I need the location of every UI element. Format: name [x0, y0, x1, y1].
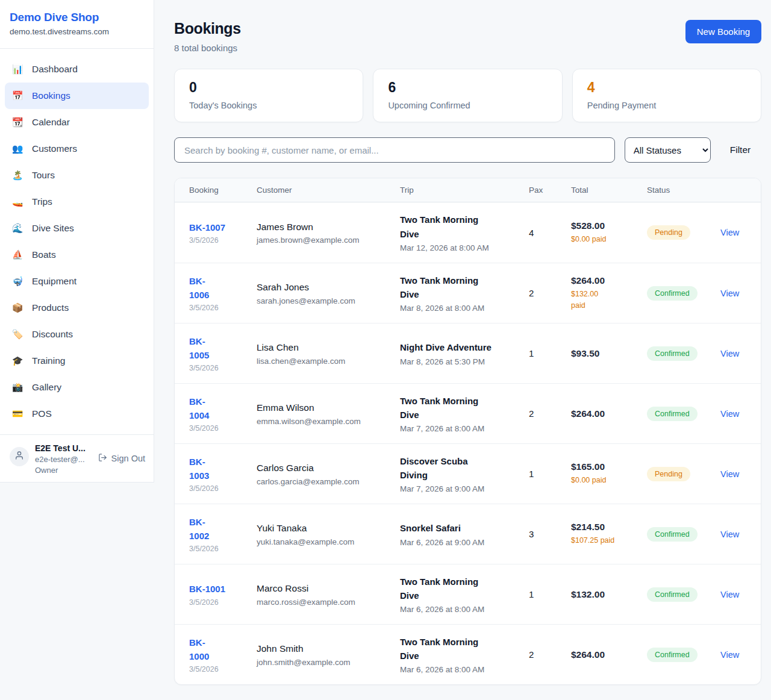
booking-cell: BK- 1002 3/5/2026: [189, 515, 257, 554]
stat-card-todays-bookings: 0 Today's Bookings: [174, 69, 363, 122]
table-row: BK-1007 3/5/2026 James Brown james.brown…: [175, 202, 761, 263]
col-header-pax: Pax: [529, 186, 571, 195]
booking-link[interactable]: BK- 1004: [189, 395, 209, 423]
sign-out-icon: [98, 453, 107, 464]
page-subtitle: 8 total bookings: [174, 43, 241, 53]
total-cell: $528.00 $0.00 paid: [571, 220, 647, 245]
booking-link[interactable]: BK-1001: [189, 582, 225, 596]
view-link[interactable]: View: [720, 349, 739, 358]
booking-link[interactable]: BK- 1002: [189, 515, 209, 543]
actions-cell: View: [720, 469, 746, 480]
view-link[interactable]: View: [720, 289, 739, 298]
booking-link[interactable]: BK- 1005: [189, 334, 209, 363]
sidebar-item-gallery[interactable]: 📸 Gallery: [5, 374, 149, 401]
sidebar-item-dashboard[interactable]: 📊 Dashboard: [5, 56, 149, 83]
booking-cell: BK- 1003 3/5/2026: [189, 455, 257, 493]
stat-value: 4: [587, 80, 746, 96]
bookings-icon: 📅: [11, 90, 24, 101]
search-input[interactable]: [174, 137, 615, 163]
customer-cell: Marco Rossi marco.rossi@example.com: [257, 582, 400, 607]
customers-icon: 👥: [11, 143, 24, 154]
view-link[interactable]: View: [720, 409, 739, 419]
paid-amount: $0.00 paid: [571, 475, 640, 486]
sidebar-item-products[interactable]: 📦 Products: [5, 295, 149, 321]
new-booking-button[interactable]: New Booking: [685, 20, 761, 43]
total-amount: $264.00: [571, 275, 640, 286]
table-row: BK- 1002 3/5/2026 Yuki Tanaka yuki.tanak…: [175, 504, 761, 564]
sidebar-item-pos[interactable]: 💳 POS: [5, 401, 149, 427]
paid-amount: $107.25 paid: [571, 535, 640, 546]
table-row: BK- 1003 3/5/2026 Carlos Garcia carlos.g…: [175, 443, 761, 504]
sidebar-item-calendar[interactable]: 📆 Calendar: [5, 109, 149, 136]
trip-name: Two Tank Morning Dive: [400, 635, 522, 663]
booking-link[interactable]: BK-1007: [189, 220, 225, 234]
sidebar-item-customers[interactable]: 👥 Customers: [5, 136, 149, 162]
paid-amount: $0.00 paid: [571, 234, 640, 245]
status-cell: Confirmed: [647, 407, 720, 421]
stat-label: Pending Payment: [587, 101, 746, 110]
booking-date: 3/5/2026: [189, 424, 249, 433]
trip-datetime: Mar 8, 2026 at 8:00 AM: [400, 304, 522, 313]
sidebar-item-boats[interactable]: ⛵ Boats: [5, 242, 149, 268]
sidebar-item-bookings[interactable]: 📅 Bookings: [5, 83, 149, 109]
stat-value: 6: [388, 80, 547, 96]
sidebar-item-tours[interactable]: 🏝️ Tours: [5, 162, 149, 189]
booking-link[interactable]: BK- 1003: [189, 455, 209, 483]
shop-domain: demo.test.divestreams.com: [10, 27, 144, 36]
customer-cell: Sarah Jones sarah.jones@example.com: [257, 281, 400, 305]
trip-datetime: Mar 7, 2026 at 9:00 AM: [400, 484, 522, 493]
user-role: Owner: [35, 466, 86, 475]
pax-cell: 2: [529, 408, 571, 419]
booking-link[interactable]: BK- 1000: [189, 636, 209, 664]
total-cell: $165.00 $0.00 paid: [571, 461, 647, 486]
equipment-icon: 🤿: [11, 276, 24, 287]
status-cell: Confirmed: [647, 587, 720, 602]
booking-date: 3/5/2026: [189, 364, 249, 372]
user-name: E2E Test U...: [35, 443, 86, 453]
sidebar-item-trips[interactable]: 🚤 Trips: [5, 189, 149, 215]
view-link[interactable]: View: [720, 590, 739, 599]
view-link[interactable]: View: [720, 469, 739, 479]
trip-datetime: Mar 12, 2026 at 8:00 AM: [400, 243, 522, 252]
status-filter-select[interactable]: All Statuses: [625, 137, 711, 163]
actions-cell: View: [720, 348, 746, 359]
page-title: Bookings: [174, 20, 241, 37]
sidebar: Demo Dive Shop demo.test.divestreams.com…: [0, 0, 154, 483]
pax-cell: 2: [529, 288, 571, 298]
customer-email: lisa.chen@example.com: [257, 357, 393, 366]
actions-cell: View: [720, 227, 746, 238]
table-body: BK-1007 3/5/2026 James Brown james.brown…: [175, 202, 761, 684]
table-header: Booking Customer Trip Pax Total Status: [175, 178, 761, 202]
sidebar-nav: 📊 Dashboard 📅 Bookings 📆 Calendar 👥 Cust…: [0, 49, 154, 434]
pax-cell: 1: [529, 348, 571, 358]
total-cell: $264.00: [571, 649, 647, 660]
col-header-status: Status: [647, 186, 720, 195]
view-link[interactable]: View: [720, 228, 739, 237]
sidebar-item-discounts[interactable]: 🏷️ Discounts: [5, 321, 149, 348]
booking-cell: BK- 1004 3/5/2026: [189, 395, 257, 433]
sidebar-item-training[interactable]: 🎓 Training: [5, 348, 149, 374]
filter-row: All Statuses Filter: [174, 137, 761, 163]
customer-name: Lisa Chen: [257, 341, 393, 354]
sign-out-button[interactable]: Sign Out: [98, 453, 145, 464]
actions-cell: View: [720, 288, 746, 299]
trip-datetime: Mar 6, 2026 at 8:00 AM: [400, 605, 522, 614]
gallery-icon: 📸: [11, 382, 24, 393]
total-cell: $264.00: [571, 408, 647, 419]
view-link[interactable]: View: [720, 530, 739, 539]
user-icon: [14, 451, 24, 463]
booking-link[interactable]: BK- 1006: [189, 274, 209, 302]
actions-cell: View: [720, 589, 746, 600]
stat-card-upcoming-confirmed: 6 Upcoming Confirmed: [373, 69, 562, 122]
pax-cell: 3: [529, 529, 571, 539]
status-cell: Confirmed: [647, 346, 720, 361]
sidebar-item-dive-sites[interactable]: 🌊 Dive Sites: [5, 215, 149, 242]
view-link[interactable]: View: [720, 650, 739, 660]
total-amount: $165.00: [571, 461, 640, 472]
sidebar-item-equipment[interactable]: 🤿 Equipment: [5, 268, 149, 295]
status-badge: Confirmed: [647, 286, 698, 301]
booking-cell: BK- 1006 3/5/2026: [189, 274, 257, 313]
status-badge: Confirmed: [647, 648, 698, 662]
status-cell: Pending: [647, 467, 720, 481]
filter-button[interactable]: Filter: [720, 145, 761, 155]
